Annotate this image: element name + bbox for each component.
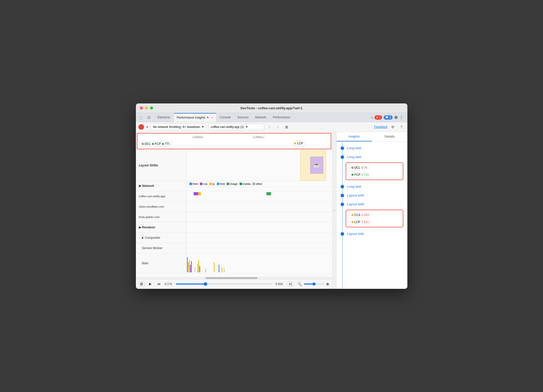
help-icon[interactable]: ?	[398, 124, 405, 130]
network-row-1: coffee-cart.netlify.app	[136, 191, 332, 202]
cls-lcp-card: CLS 0.193 LCP 3.31s	[346, 210, 403, 227]
layout-shift-link-1[interactable]: Layout shift	[347, 193, 364, 197]
legend-css: css	[200, 182, 207, 185]
zoom-in-icon[interactable]: ⊕	[326, 282, 329, 286]
network-legend: html css js	[186, 181, 332, 187]
insight-long-task-3: Long task	[337, 182, 407, 191]
network-legend-content: html css js	[186, 181, 332, 191]
network-url-3-label: fonts.gstatic.com	[136, 212, 186, 222]
tti-dot	[162, 143, 164, 145]
dcl-dot	[142, 143, 144, 145]
panel-collapse-button[interactable]: ›	[332, 132, 337, 289]
tab-close-icon[interactable]: ✕	[211, 116, 213, 119]
tab-insights[interactable]: Insights	[337, 132, 372, 141]
renderer-label: ▶ Renderer	[136, 222, 186, 232]
long-task-link-2[interactable]: Long task	[347, 155, 361, 159]
tab-console[interactable]: Console	[217, 113, 234, 122]
speed-badge[interactable]: x1	[287, 281, 295, 287]
timeline-tracks[interactable]: Layout Shifts ☕ ▶ Network	[136, 150, 332, 277]
font-legend-dot	[217, 183, 219, 185]
skip-to-start-button[interactable]: ⏮	[156, 281, 162, 287]
lcp-metric-row: LCP 3.31s	[349, 219, 400, 225]
record-dropdown-arrow[interactable]: ▼	[146, 125, 149, 128]
fcp-value: 0.72s	[362, 173, 369, 177]
toolbar: ▼ No network throttling, 4× slowdown ▼ c…	[136, 122, 407, 132]
main-label: Main	[136, 253, 186, 273]
throttle-select[interactable]: No network throttling, 4× slowdown ▼	[151, 124, 206, 130]
main-content: 1,600ms 3,200ms DCL FCP TTI LC	[136, 132, 407, 289]
screenshot-toggle-button[interactable]: 🖼	[139, 281, 144, 287]
minimize-button[interactable]	[145, 106, 148, 110]
other-legend-dot	[253, 183, 255, 185]
legend-font: font	[217, 182, 225, 185]
playback-slider[interactable]	[176, 284, 273, 285]
layout-shift-thumbnail: ☕	[310, 157, 323, 174]
cls-metric-badge: CLS 0.193	[349, 212, 371, 218]
import-icon[interactable]: ↓	[275, 124, 281, 130]
timeline-panel: 1,600ms 3,200ms DCL FCP TTI LC	[136, 132, 332, 289]
fcp-metric-badge: FCP 0.72s	[349, 172, 371, 178]
lcp-dot	[294, 142, 296, 144]
network-url-1-content	[186, 191, 332, 201]
tab-elements[interactable]: Elements	[155, 113, 173, 122]
dcl-fcp-tti-badge: DCL FCP TTI	[139, 141, 172, 147]
layout-shifts-content: ☕	[186, 150, 332, 181]
maximize-button[interactable]	[150, 106, 153, 110]
cls-metric-dot	[351, 214, 353, 216]
url-select[interactable]: coffee-cart.netlify.app (1) ▼	[208, 124, 264, 130]
service-worker-track: Service Worker	[136, 243, 332, 253]
tab-network[interactable]: Network	[252, 113, 269, 122]
window-title: DevTools - coffee-cart.netlify.app/?ad=1	[241, 106, 303, 110]
layout-shifts-label: Layout Shifts	[136, 150, 186, 181]
device-icon[interactable]: ⊡	[146, 114, 152, 120]
long-task-link-1[interactable]: Long task	[347, 146, 361, 150]
settings-gear-icon[interactable]: ⚙	[390, 124, 396, 130]
long-task-link-3[interactable]: Long task	[347, 185, 361, 188]
close-button[interactable]	[140, 106, 143, 110]
time-end: 5.93s	[276, 282, 284, 286]
insights-list: Long task Long task DCL 0.7s	[337, 142, 407, 289]
more-tabs-icon[interactable]: »	[371, 116, 373, 119]
play-button[interactable]: ▶	[148, 281, 153, 287]
network-row-2: cdnjs.cloudflare.com	[136, 202, 332, 212]
insight-dot-2	[341, 155, 344, 159]
export-icon[interactable]: ↑	[266, 124, 273, 130]
lcp-metric-badge: LCP 3.31s	[349, 219, 371, 225]
layout-shift-link-2[interactable]: Layout shift	[347, 202, 364, 206]
insight-layout-shift-1: Layout shift	[337, 191, 407, 200]
tab-sources[interactable]: Sources	[234, 113, 252, 122]
lcp-badge: LCP	[292, 141, 305, 146]
insight-long-task-1: Long task	[337, 144, 407, 153]
media-legend-dot	[240, 183, 242, 185]
record-button[interactable]	[138, 124, 144, 130]
cursor-icon[interactable]: ⬚	[138, 114, 144, 120]
layout-shift-link-3[interactable]: Layout shift	[347, 232, 364, 236]
timeline-spine	[342, 142, 343, 289]
js-legend-dot	[210, 183, 212, 185]
more-options-icon[interactable]: ⋮	[399, 115, 403, 120]
feedback-button[interactable]: Feedback	[374, 125, 388, 129]
dcl-metric-dot	[351, 167, 353, 169]
titlebar: DevTools - coffee-cart.netlify.app/?ad=1	[136, 103, 407, 113]
net-bar-css-1	[194, 192, 198, 195]
horizontal-scrollbar[interactable]	[136, 277, 332, 279]
tab-performance-insights[interactable]: Performance insights ⚑ ✕	[174, 113, 216, 122]
lcp-metric-dot	[351, 221, 353, 223]
zoom-out-icon[interactable]: 🔍	[298, 282, 302, 286]
network-header-track: ▶ Network html css	[136, 181, 332, 191]
tabs-bar: ⬚ ⊡ Elements Performance insights ⚑ ✕ Co…	[136, 113, 407, 122]
layout-shifts-track: Layout Shifts ☕	[136, 150, 332, 181]
insight-long-task-2: Long task	[337, 153, 407, 161]
tab-details[interactable]: Details	[372, 132, 407, 141]
dcl-metric-row: DCL 0.7s	[349, 165, 400, 170]
settings-icon[interactable]: ⚙	[394, 115, 398, 120]
insight-dot-6	[341, 232, 344, 236]
error-badge: ⊗ 1	[374, 115, 382, 120]
zoom-slider[interactable]	[304, 284, 324, 285]
delete-icon[interactable]: 🗑	[283, 124, 290, 130]
throttle-arrow-icon: ▼	[202, 125, 204, 128]
marker-1600: 1,600ms	[192, 136, 203, 139]
tab-performance[interactable]: Performance	[270, 113, 293, 122]
insight-dot-1	[341, 146, 344, 150]
css-legend-dot	[200, 183, 202, 185]
